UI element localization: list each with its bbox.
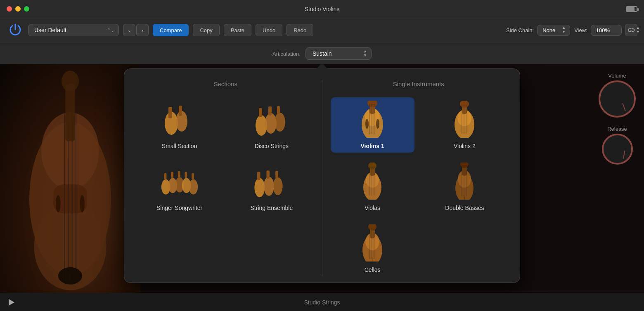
- sections-column: Sections: [137, 80, 314, 276]
- svg-rect-22: [277, 106, 280, 114]
- disco-strings-item[interactable]: Disco Strings: [230, 97, 313, 153]
- preset-value: User Default: [34, 27, 66, 33]
- singer-songwriter-item[interactable]: Singer Songwriter: [137, 159, 221, 214]
- violas-icon: [352, 163, 393, 200]
- nav-buttons: ‹ ›: [123, 24, 149, 36]
- sidechain-dropdown[interactable]: None ▲▼: [537, 25, 570, 36]
- singer-songwriter-icon: [159, 163, 200, 200]
- forward-button[interactable]: ›: [136, 24, 149, 36]
- close-button[interactable]: [7, 6, 12, 12]
- small-section-icon: [159, 101, 200, 138]
- string-ensemble-icon: [251, 163, 292, 200]
- svg-rect-15: [168, 107, 172, 118]
- double-basses-name: Double Basses: [445, 205, 484, 211]
- bottom-bar: Studio Strings: [0, 293, 644, 311]
- maximize-button[interactable]: [24, 6, 29, 12]
- undo-button[interactable]: Undo: [256, 24, 282, 36]
- minimize-button[interactable]: [15, 6, 21, 12]
- svg-rect-32: [192, 173, 194, 179]
- violins-2-name: Violins 2: [454, 143, 476, 149]
- single-instruments-header: Single Instruments: [331, 80, 507, 87]
- articulation-label: Articulation:: [272, 51, 301, 57]
- battery-icon: [626, 6, 637, 12]
- sidechain-section: Side Chain: None ▲▼: [506, 25, 570, 36]
- violins-2-item[interactable]: Violins 2: [423, 97, 507, 153]
- disco-strings-name: Disco Strings: [255, 143, 289, 149]
- link-icon[interactable]: [625, 24, 637, 36]
- string-ensemble-name: String Ensemble: [251, 205, 293, 211]
- disco-strings-icon: [251, 101, 292, 138]
- svg-point-19: [275, 113, 285, 132]
- violins-2-icon: [444, 101, 485, 138]
- redo-button[interactable]: Redo: [286, 24, 313, 36]
- paste-button[interactable]: Paste: [224, 24, 251, 36]
- power-button[interactable]: [7, 21, 24, 39]
- popup-overlay: Sections: [0, 64, 644, 311]
- articulation-dropdown[interactable]: Sustain ▲▼: [305, 47, 372, 60]
- play-button[interactable]: [7, 297, 17, 307]
- small-section-item[interactable]: Small Section: [137, 97, 221, 153]
- svg-point-35: [273, 177, 282, 195]
- view-arrows: ▲▼: [636, 26, 640, 34]
- articulation-row: Articulation: Sustain ▲▼: [0, 43, 644, 64]
- svg-rect-38: [275, 171, 278, 178]
- svg-point-33: [254, 178, 265, 198]
- compare-button[interactable]: Compare: [153, 24, 189, 36]
- view-section: View: 100% ▲▼: [574, 24, 637, 36]
- violas-item[interactable]: Violas: [331, 159, 414, 214]
- top-controls: User Default ⌃⌄ ‹ › Compare Copy Paste U…: [0, 18, 644, 43]
- sections-header: Sections: [137, 80, 314, 87]
- svg-rect-28: [164, 173, 166, 179]
- back-button[interactable]: ‹: [123, 24, 135, 36]
- articulation-arrows: ▲▼: [363, 49, 367, 58]
- svg-point-51: [460, 101, 469, 108]
- violins-1-icon: [352, 101, 393, 138]
- popup-columns: Sections: [137, 80, 507, 276]
- cellos-name: Cellos: [365, 266, 381, 273]
- bottom-label: Studio Strings: [304, 299, 340, 306]
- violins-1-name: Violins 1: [360, 143, 384, 149]
- small-section-name: Small Section: [162, 143, 197, 149]
- articulation-value: Sustain: [313, 50, 332, 57]
- popup-arrow: [316, 64, 328, 69]
- violas-name: Violas: [365, 205, 380, 211]
- svg-point-46: [365, 119, 369, 129]
- singer-songwriter-name: Singer Songwriter: [156, 205, 202, 211]
- svg-point-47: [376, 119, 379, 129]
- view-value: 100%: [596, 27, 610, 33]
- cellos-icon: [352, 224, 393, 262]
- svg-rect-37: [266, 170, 270, 179]
- svg-point-34: [264, 177, 274, 196]
- svg-marker-78: [9, 299, 14, 306]
- svg-point-27: [189, 179, 198, 195]
- power-icon: [8, 22, 23, 38]
- main-content: Violins 1 Volume Release Sections: [0, 64, 644, 311]
- svg-rect-31: [185, 172, 187, 178]
- svg-rect-36: [257, 172, 260, 180]
- window-title: Studio Violins: [305, 6, 340, 12]
- violins-1-item[interactable]: Violins 1: [331, 97, 414, 153]
- view-label: View:: [574, 27, 587, 33]
- double-basses-item[interactable]: Double Basses: [423, 159, 507, 214]
- traffic-lights: [7, 6, 29, 12]
- double-basses-icon: [444, 163, 485, 200]
- title-bar: Studio Violins: [0, 0, 644, 18]
- svg-rect-16: [179, 106, 182, 116]
- view-dropdown[interactable]: 100% ▲▼: [591, 25, 622, 36]
- svg-point-73: [460, 163, 469, 168]
- string-ensemble-item[interactable]: String Ensemble: [230, 159, 313, 214]
- svg-rect-30: [178, 171, 180, 177]
- single-instruments-column: Single Instruments: [331, 80, 507, 276]
- copy-button[interactable]: Copy: [193, 24, 219, 36]
- sections-grid: Small Section: [137, 97, 314, 214]
- sidechain-value: None: [542, 27, 555, 33]
- column-divider: [322, 80, 322, 276]
- cellos-item[interactable]: Cellos: [331, 221, 414, 276]
- svg-point-42: [367, 101, 377, 107]
- svg-point-58: [368, 163, 376, 170]
- sidechain-label: Side Chain:: [506, 27, 534, 33]
- instrument-popup: Sections: [124, 68, 520, 283]
- sidechain-arrows: ▲▼: [562, 26, 566, 34]
- svg-rect-21: [268, 106, 272, 115]
- preset-dropdown[interactable]: User Default ⌃⌄: [28, 24, 119, 36]
